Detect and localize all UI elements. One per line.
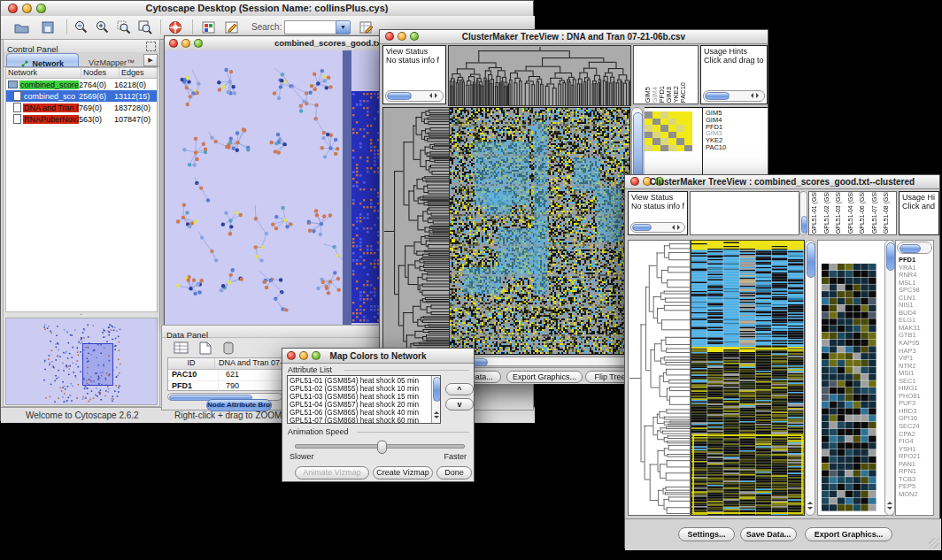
- attribute-listbox[interactable]: GPL51-01 (GSM854) heat shock 05 minGPL51…: [287, 375, 441, 424]
- tv2-vscrollbar[interactable]: [805, 240, 815, 516]
- tv1-status-scrollbar[interactable]: [385, 90, 444, 102]
- tv2-gene-hscrollbar[interactable]: [897, 242, 932, 254]
- tv2-zoom-heatmap[interactable]: [822, 264, 876, 511]
- document-icon: [13, 103, 21, 112]
- tab-network[interactable]: Network: [6, 53, 79, 67]
- scroll-down-icon[interactable]: [887, 507, 892, 512]
- matrix-cell: [652, 145, 660, 152]
- open-session-icon[interactable]: [13, 19, 30, 35]
- dialog-titlebar[interactable]: Map Colors to Network: [282, 349, 474, 364]
- toolbar-separator: [66, 19, 67, 35]
- annotation-icon[interactable]: [224, 19, 241, 35]
- scroll-right-icon[interactable]: [756, 93, 761, 98]
- attribute-list-item[interactable]: GPL51-02 (GSM855) heat shock 10 min: [290, 385, 440, 393]
- tv2-heatmap[interactable]: [691, 240, 805, 516]
- tv2-column-label: GPL51-08 (GSM872): [883, 191, 890, 234]
- scroll-down-icon[interactable]: [807, 507, 813, 512]
- search-input[interactable]: [284, 20, 339, 35]
- tv2-titlebar[interactable]: ClusterMaker TreeView : combined_scores_…: [625, 175, 939, 189]
- tv2-button-export-graphics-[interactable]: Export Graphics...: [805, 527, 892, 541]
- move-up-button[interactable]: ^: [445, 383, 474, 395]
- matrix-cell: [668, 119, 676, 126]
- animate-vizmap-button[interactable]: Animate Vizmap: [295, 466, 369, 479]
- save-session-icon[interactable]: [40, 19, 56, 35]
- attribute-list-item[interactable]: GPL51-07 (GSM868) heat shock 60 min: [290, 417, 440, 424]
- matrix-cell: [645, 132, 652, 139]
- table-icon[interactable]: [173, 341, 190, 356]
- search-dropdown-button[interactable]: ▼: [336, 20, 351, 35]
- tv2-zoom-vscrollbar[interactable]: [884, 240, 895, 516]
- table-row[interactable]: DNA and Tran 07769(0)183728(0): [6, 102, 157, 113]
- tv2-row-dendrogram[interactable]: [628, 240, 691, 516]
- attribute-browser-icon[interactable]: [359, 19, 375, 35]
- scroll-up-icon[interactable]: [807, 499, 813, 504]
- tv1-usage-scrollbar[interactable]: [703, 90, 765, 102]
- tv1-heatmap[interactable]: [450, 107, 630, 355]
- attribute-list-item[interactable]: GPL51-01 (GSM854) heat shock 05 min: [290, 377, 440, 385]
- tv2-column-tree-area: [690, 191, 799, 235]
- tv1-titlebar[interactable]: ClusterMaker TreeView : DNA and Tran 07-…: [380, 30, 768, 44]
- animation-speed-slider[interactable]: [295, 444, 465, 449]
- status-welcome: Welcome to Cytoscape 2.6.2: [26, 410, 139, 420]
- tv2-status-scrollbar[interactable]: [630, 222, 685, 233]
- new-document-icon[interactable]: [197, 341, 213, 356]
- main-titlebar[interactable]: Cytoscape Desktop (Session Name: collins…: [1, 1, 533, 17]
- tv2-usage-text: Click and: [900, 202, 938, 211]
- document-icon: [13, 114, 21, 124]
- slider-thumb[interactable]: [377, 441, 387, 454]
- create-vizmap-button[interactable]: Create Vizmap: [373, 466, 433, 479]
- tab-vizmapper[interactable]: VizMapper™: [80, 53, 143, 65]
- zoom-out-icon[interactable]: [73, 19, 89, 35]
- node-attribute-icon[interactable]: [201, 19, 218, 35]
- trash-icon[interactable]: [220, 341, 236, 356]
- tv2-view-status-title: View Status: [629, 192, 687, 202]
- gene-list[interactable]: PFD1YRA1RNR4MSL1SPC98CLN1NIS1BUD4ELG1MAK…: [899, 257, 921, 499]
- status-zoom-hint: Right-click + drag to ZOOM: [174, 410, 282, 420]
- tv2-top-vscrollbar[interactable]: [799, 191, 807, 235]
- matrix-cell: [684, 119, 692, 126]
- scroll-left-icon[interactable]: [748, 93, 753, 98]
- matrix-cell: [645, 138, 652, 145]
- scroll-right-icon[interactable]: [677, 225, 683, 230]
- node-attribute-browser-button[interactable]: Node Attribute Brows: [206, 399, 272, 411]
- done-button[interactable]: Done: [436, 466, 472, 479]
- tv2-button-save-data-[interactable]: Save Data...: [740, 527, 797, 541]
- gene-list-item[interactable]: MON2: [899, 491, 921, 499]
- matrix-cell: [652, 132, 660, 139]
- attribute-list-item[interactable]: GPL51-04 (GSM857) heat shock 20 min: [290, 401, 440, 409]
- move-down-button[interactable]: v: [445, 398, 474, 410]
- help-lifesaver-icon[interactable]: [167, 19, 183, 35]
- tab-overflow-button[interactable]: ▶: [143, 54, 158, 66]
- resize-grip[interactable]: [929, 538, 939, 548]
- zoom-selected-icon[interactable]: [116, 19, 132, 35]
- attribute-list-item[interactable]: GPL51-03 (GSM856) heat shock 15 min: [290, 393, 440, 401]
- tv2-column-label: GPL51-01 (GSM854): [811, 191, 818, 234]
- matrix-cell: [668, 111, 676, 119]
- tv1-button-export-graphics-[interactable]: Export Graphics...: [506, 371, 583, 383]
- tv2-title: ClusterMaker TreeView : combined_scores_…: [625, 177, 939, 187]
- tv2-column-labels-panel: GPL51-01 (GSM854)GPL51-02 (GSM855)GPL51-…: [808, 191, 897, 235]
- scroll-left-icon[interactable]: [669, 225, 675, 230]
- tv1-column-dendrogram[interactable]: [448, 45, 631, 106]
- scroll-right-icon[interactable]: [435, 93, 440, 98]
- zoom-in-icon[interactable]: [95, 19, 111, 35]
- scroll-up-icon[interactable]: [887, 499, 892, 504]
- birdseye-canvas: [6, 318, 157, 404]
- scroll-left-icon[interactable]: [427, 93, 432, 98]
- tv2-button-settings-[interactable]: Settings...: [678, 527, 735, 541]
- table-row[interactable]: combined_sco2569(6)13112(15): [6, 90, 157, 102]
- attribute-list-item[interactable]: GPL51-06 (GSM865) heat shock 40 min: [290, 409, 440, 417]
- tv2-column-label: GPL51-06 (GSM865): [859, 191, 866, 234]
- main-window-title: Cytoscape Desktop (Session Name: collins…: [1, 3, 533, 13]
- tv1-correlation-matrix[interactable]: [645, 111, 692, 151]
- zoom-fit-icon[interactable]: [137, 19, 153, 35]
- table-row[interactable]: combined_scores2764(0)16218(0): [6, 79, 157, 90]
- attribute-list-scrollbar[interactable]: [431, 376, 440, 423]
- matrix-cell: [676, 119, 684, 126]
- birdseye-view[interactable]: [5, 318, 158, 405]
- table-row[interactable]: RNAPuberNov2+I563(0)107847(0): [6, 113, 157, 125]
- scroll-up-icon[interactable]: [434, 409, 439, 414]
- scroll-down-icon[interactable]: [434, 416, 439, 421]
- tv1-row-dendrogram[interactable]: [382, 107, 450, 355]
- float-panel-icon[interactable]: [146, 42, 156, 51]
